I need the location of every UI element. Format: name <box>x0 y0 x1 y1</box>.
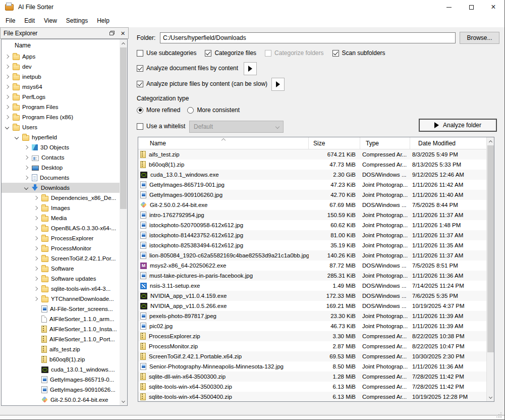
tree-item[interactable]: GettyImages-90910626... <box>2 385 120 395</box>
table-row[interactable]: nsis-3.11-setup.exe1.49 MiBDOS/Windows .… <box>138 281 486 291</box>
chevron-right-icon[interactable] <box>4 63 11 70</box>
table-row[interactable]: ProcessExplorer.zip3.30 MiBCompressed Ar… <box>138 331 486 341</box>
tree-scrollbar[interactable] <box>120 39 127 405</box>
checkbox-use-subcategories[interactable]: Use subcategories <box>137 49 196 57</box>
table-row[interactable]: pic02.jpg46.73 KiBJoint Photograp...1/11… <box>138 321 486 331</box>
tree-item[interactable]: Documents <box>2 173 120 183</box>
chevron-right-icon[interactable] <box>32 235 39 242</box>
close-panel-button[interactable]: × <box>121 29 125 37</box>
column-header-type[interactable]: Type <box>360 137 410 149</box>
checkbox-categorize-folders[interactable]: Categorize folders <box>265 49 323 57</box>
analyze-documents-expand-button[interactable] <box>244 62 257 75</box>
tree-item[interactable]: GettyImages-865719-0... <box>2 375 120 385</box>
tree-item[interactable]: msys64 <box>2 82 120 92</box>
scroll-down-button[interactable] <box>120 398 127 405</box>
tree-item[interactable] <box>2 405 120 405</box>
folder-path-input[interactable] <box>160 32 456 43</box>
table-row[interactable]: lion-805084_1920-c62a5582169c4bae82553d9… <box>138 250 486 260</box>
tree-item[interactable]: ScreenToGif.2.42.1.Por... <box>2 253 120 264</box>
chevron-right-icon[interactable] <box>32 255 39 262</box>
tree-item[interactable]: AIFileSorter_1.1.0_arm... <box>2 314 120 324</box>
tree-item[interactable]: AIFileSorter_1.1.0_Port... <box>2 334 120 344</box>
table-row[interactable]: istockphoto-814423752-612x612.jpg81.00 K… <box>138 230 486 240</box>
chevron-right-icon[interactable] <box>32 245 39 252</box>
tree-item[interactable]: Users <box>2 122 120 132</box>
menu-item-help[interactable]: Help <box>92 15 114 26</box>
table-row[interactable]: istockphoto-520700958-612x612.jpg60.62 K… <box>138 220 486 230</box>
table-scrollbar[interactable] <box>486 137 494 401</box>
tree-item[interactable]: Git-2.50.0.2-64-bit.exe <box>2 395 120 405</box>
chevron-right-icon[interactable] <box>4 73 11 80</box>
table-scrollbar-thumb[interactable] <box>487 145 494 352</box>
menu-item-settings[interactable]: Settings <box>62 15 92 26</box>
table-row[interactable]: Git-2.50.0.2-64-bit.exe67.69 MiBDOS/Wind… <box>138 200 486 210</box>
checkbox-scan-subfolders[interactable]: Scan subfolders <box>332 49 385 57</box>
table-row[interactable]: intro-1762792954.jpg150.59 KiBJoint Phot… <box>138 210 486 220</box>
chevron-right-icon[interactable] <box>23 164 30 171</box>
tree-header[interactable]: Name <box>2 39 127 51</box>
chevron-right-icon[interactable] <box>4 53 11 60</box>
tree-item[interactable]: Contacts <box>2 152 120 163</box>
table-row[interactable]: sqlite-tools-win-x64-3500400.zip6.13 MiB… <box>138 392 486 401</box>
chevron-right-icon[interactable] <box>32 194 39 201</box>
chevron-right-icon[interactable] <box>23 144 30 151</box>
analyze-folder-button[interactable]: Analyze folder <box>419 119 497 132</box>
chevron-right-icon[interactable] <box>32 225 39 232</box>
tree-scrollbar-thumb[interactable] <box>120 47 127 209</box>
tree-item[interactable]: ProcessMonitor <box>2 243 120 253</box>
checkbox-categorize-files[interactable]: Categorize files <box>205 49 256 57</box>
table-row[interactable]: Mmsys2-x86_64-20250622.exe87.72 MiBDOS/W… <box>138 260 486 271</box>
analyze-pictures-checkbox[interactable]: Analyze picture files by content (can be… <box>137 80 267 87</box>
chevron-right-icon[interactable] <box>4 114 11 121</box>
chevron-right-icon[interactable] <box>23 154 30 161</box>
table-row[interactable]: must-take-pictures-in-paris-facebook.jpg… <box>138 271 486 281</box>
tree-item[interactable]: Software updates <box>2 274 120 284</box>
chevron-right-icon[interactable] <box>4 103 11 111</box>
table-row[interactable]: sqlite-dll-win-x64-3500300.zip1.28 MiBCo… <box>138 372 486 382</box>
table-row[interactable]: sqlite-tools-win-x64-3500300.zip6.13 MiB… <box>138 382 486 392</box>
chevron-right-icon[interactable] <box>32 275 39 282</box>
tree-item[interactable]: AIFileSorter_1.1.0_Insta... <box>2 324 120 334</box>
tree-item[interactable]: Images <box>2 203 120 213</box>
menu-item-file[interactable]: File <box>1 15 20 26</box>
scroll-up-button[interactable] <box>120 39 127 47</box>
tree-item[interactable]: ProcessExplorer <box>2 233 120 243</box>
table-row[interactable]: ScreenToGif.2.42.1.Portable.x64.zip69.53… <box>138 351 486 361</box>
radio-more-refined[interactable]: More refined <box>137 107 180 114</box>
table-row[interactable]: ProcessMonitor.zip2.87 MiBCompressed Ar.… <box>138 341 486 351</box>
chevron-down-icon[interactable] <box>4 124 11 131</box>
tree-item[interactable]: hyperfield <box>2 132 120 142</box>
tree-item[interactable]: AI-File-Sorter_screens... <box>2 304 120 314</box>
tree-item[interactable]: YTChannelDownloade... <box>2 294 120 304</box>
tree-item[interactable]: Apps <box>2 51 120 62</box>
tree-item[interactable]: Program Files (x86) <box>2 112 120 122</box>
tree-item[interactable]: Software <box>2 264 120 274</box>
table-row[interactable]: Senior-Photography-Minneapolis-Minnesota… <box>138 361 486 372</box>
chevron-right-icon[interactable] <box>32 204 39 212</box>
chevron-right-icon[interactable] <box>4 93 11 100</box>
chevron-down-icon[interactable] <box>13 134 20 141</box>
tree-item[interactable]: aifs_test.zip <box>2 344 120 354</box>
maximize-button[interactable] <box>460 0 482 14</box>
close-button[interactable]: × <box>482 0 504 14</box>
column-header-date[interactable]: Date Modified <box>410 137 487 149</box>
use-whitelist-checkbox[interactable]: Use a whitelist <box>137 123 185 130</box>
whitelist-dropdown[interactable]: Default <box>189 121 284 133</box>
tree-item[interactable]: 3D Objects <box>2 142 120 152</box>
table-row[interactable]: cuda_13.0.1_windows.exe2.30 GiBDOS/Windo… <box>138 170 486 180</box>
table-row[interactable]: istockphoto-825383494-612x612.jpg35.19 K… <box>138 240 486 250</box>
table-row[interactable]: GettyImages-909106260.jpg42.70 KiBJoint … <box>138 190 486 200</box>
table-row[interactable]: GettyImages-865719-001.jpg47.23 KiBJoint… <box>138 180 486 190</box>
chevron-right-icon[interactable] <box>32 285 39 292</box>
scroll-down-button[interactable] <box>487 394 494 401</box>
menu-item-view[interactable]: View <box>39 15 62 26</box>
chevron-right-icon[interactable] <box>23 174 30 181</box>
tree-item[interactable]: inetpub <box>2 72 120 82</box>
scroll-up-button[interactable] <box>487 137 494 145</box>
tree-item[interactable]: Desktop <box>2 163 120 173</box>
chevron-down-icon[interactable] <box>23 184 30 191</box>
tree-item[interactable]: OpenBLAS-0.3.30-x64-... <box>2 223 120 233</box>
resize-grip[interactable] <box>496 412 502 418</box>
tree-item[interactable]: sqlite-tools-win-x64-3... <box>2 284 120 294</box>
chevron-right-icon[interactable] <box>32 295 39 302</box>
